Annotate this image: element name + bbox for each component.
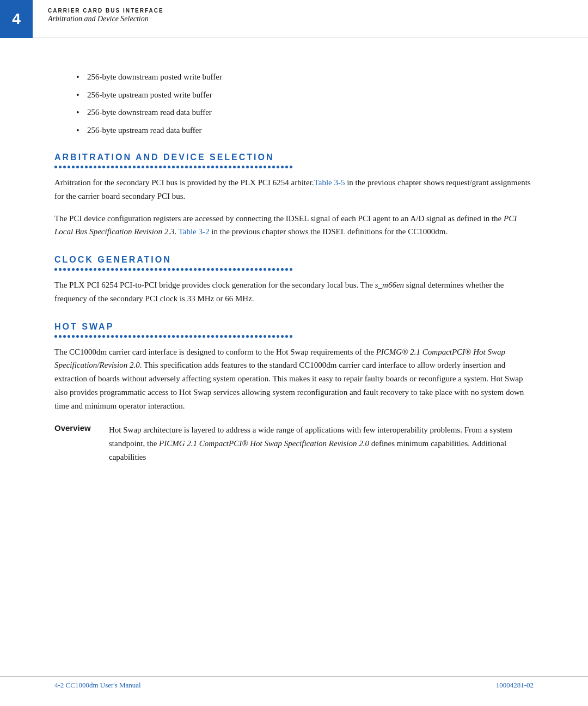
chapter-label: CARRIER CARD BUS INTERFACE <box>48 8 577 14</box>
overview-row: Overview Hot Swap architecture is layere… <box>54 423 534 464</box>
arbitration-divider <box>54 166 534 168</box>
header-text: CARRIER CARD BUS INTERFACE Arbitration a… <box>33 0 588 38</box>
list-item: 256-byte downstream read data buffer <box>76 106 534 119</box>
list-item: 256-byte downstream posted write buffer <box>76 71 534 83</box>
hotswap-heading: HOT SWAP <box>54 322 534 332</box>
clock-heading: CLOCK GENERATION <box>54 255 534 265</box>
hotswap-para1: The CC1000dm carrier card interface is d… <box>54 345 534 413</box>
list-item: 256-byte upstream posted write buffer <box>76 89 534 101</box>
content-area: 256-byte downstream posted write buffer … <box>0 38 588 497</box>
page-header: 4 CARRIER CARD BUS INTERFACE Arbitration… <box>0 0 588 38</box>
footer-left: 4-2 CC1000dm User's Manual <box>54 681 141 690</box>
bullet-list: 256-byte downstream posted write buffer … <box>76 71 534 136</box>
hotswap-divider <box>54 335 534 338</box>
arbitration-para2: The PCI device configuration registers a… <box>54 212 534 239</box>
page-footer: 4-2 CC1000dm User's Manual 10004281-02 <box>0 676 588 690</box>
chapter-number: 4 <box>0 0 33 38</box>
arbitration-para1: Arbitration for the secondary PCI bus is… <box>54 176 534 203</box>
table-3-5-link[interactable]: Table 3-5 <box>314 178 345 187</box>
header-subtitle: Arbitration and Device Selection <box>48 15 577 23</box>
clock-para: The PLX PCI 6254 PCI-to-PCI bridge provi… <box>54 278 534 306</box>
page-container: 4 CARRIER CARD BUS INTERFACE Arbitration… <box>0 0 588 706</box>
list-item: 256-byte upstream read data buffer <box>76 124 534 137</box>
table-3-2-link[interactable]: Table 3-2 <box>179 227 210 236</box>
arbitration-heading: ARBITRATION AND DEVICE SELECTION <box>54 153 534 162</box>
overview-text: Hot Swap architecture is layered to addr… <box>109 423 534 464</box>
footer-right: 10004281-02 <box>496 681 534 690</box>
clock-divider <box>54 268 534 271</box>
overview-label: Overview <box>54 423 109 464</box>
